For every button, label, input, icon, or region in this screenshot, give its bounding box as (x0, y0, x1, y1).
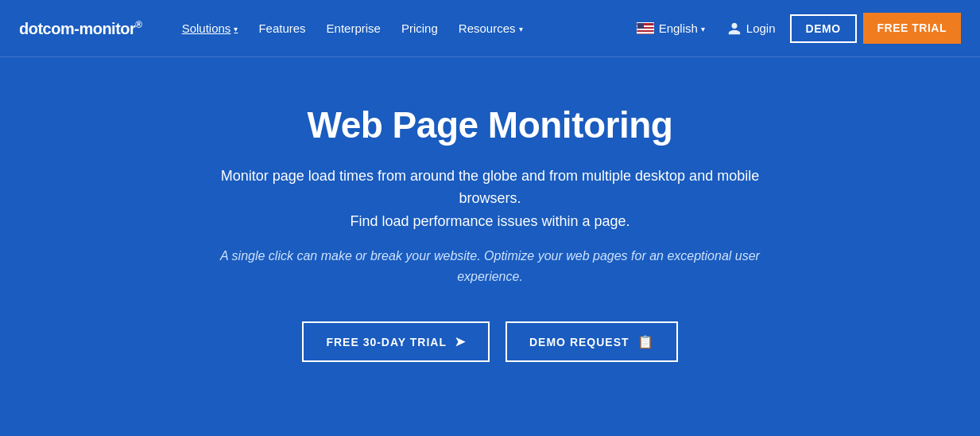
arrow-icon: ➤ (455, 334, 466, 349)
navbar: dotcom-monitor® Solutions ▾ Features Ent… (0, 0, 980, 57)
navbar-right: English ▾ Login DEMO FREE TRIAL (629, 13, 961, 43)
calendar-icon: 📋 (637, 334, 654, 349)
free-trial-cta-button[interactable]: FREE 30-DAY TRIAL ➤ (302, 321, 490, 362)
navbar-left: dotcom-monitor® Solutions ▾ Features Ent… (19, 17, 531, 40)
demo-request-cta-button[interactable]: DEMO REQUEST 📋 (505, 321, 678, 362)
free-trial-button[interactable]: FREE TRIAL (863, 13, 961, 43)
main-nav: Solutions ▾ Features Enterprise Pricing … (174, 17, 531, 40)
chevron-down-icon: ▾ (701, 25, 705, 33)
hero-section: Web Page Monitoring Monitor page load ti… (0, 57, 980, 410)
chevron-down-icon: ▾ (519, 25, 523, 33)
nav-enterprise[interactable]: Enterprise (319, 17, 389, 40)
nav-solutions[interactable]: Solutions ▾ (174, 17, 246, 40)
login-button[interactable]: Login (719, 17, 784, 41)
nav-resources[interactable]: Resources ▾ (451, 17, 531, 40)
hero-subtitle: Monitor page load times from around the … (188, 165, 792, 233)
language-selector[interactable]: English ▾ (629, 17, 713, 40)
demo-button[interactable]: DEMO (790, 14, 857, 43)
chevron-down-icon: ▾ (234, 25, 238, 33)
hero-cta-group: FREE 30-DAY TRIAL ➤ DEMO REQUEST 📋 (302, 321, 677, 362)
logo[interactable]: dotcom-monitor® (19, 19, 142, 38)
nav-pricing[interactable]: Pricing (393, 17, 446, 40)
hero-title: Web Page Monitoring (308, 105, 673, 146)
nav-features[interactable]: Features (250, 17, 313, 40)
hero-italic-text: A single click can make or break your we… (188, 246, 792, 286)
us-flag-icon (637, 22, 654, 34)
user-icon (727, 21, 742, 36)
